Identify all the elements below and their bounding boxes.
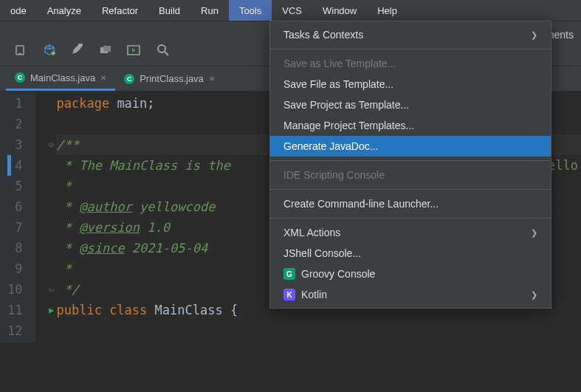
menu-run[interactable]: Run	[190, 0, 229, 21]
chevron-right-icon: ❯	[531, 30, 537, 40]
menu-item-label: Save Project as Template...	[283, 99, 409, 111]
menu-item-label: GGroovy Console	[283, 268, 375, 280]
gutter-line: 5	[7, 176, 22, 196]
svg-line-7	[165, 52, 168, 55]
tab-printclass-java[interactable]: CPrintClass.java✕	[115, 66, 224, 91]
menubar: odeAnalyzeRefactorBuildRunToolsVCSWindow…	[0, 0, 581, 21]
class-file-icon: C	[15, 72, 25, 83]
gutter-line: 1	[7, 93, 22, 114]
gutter-line: 6	[7, 196, 22, 217]
menu-separator	[270, 49, 551, 49]
tools-menu-dropdown: Tasks & Contexts❯Save as Live Template..…	[269, 21, 551, 309]
menu-analyze[interactable]: Analyze	[37, 0, 92, 21]
menu-vcs[interactable]: VCS	[272, 0, 312, 21]
menu-item-label: JShell Console...	[283, 247, 361, 259]
run-gutter-icon[interactable]: ▶	[49, 300, 54, 320]
menu-item-manage-project-templates[interactable]: Manage Project Templates...	[270, 115, 551, 136]
menu-refactor[interactable]: Refactor	[92, 0, 148, 21]
svg-point-6	[158, 45, 165, 52]
menu-item-label: XML Actions	[283, 227, 340, 238]
cube-icon[interactable]	[43, 44, 56, 60]
menu-item-label: Save File as Template...	[283, 78, 393, 90]
menu-item-label: IDE Scripting Console	[283, 169, 385, 181]
code-line[interactable]	[56, 320, 581, 341]
menu-item-xml-actions[interactable]: XML Actions❯	[270, 222, 551, 243]
menu-separator	[270, 160, 551, 161]
menu-item-groovy-console[interactable]: GGroovy Console	[270, 264, 551, 284]
tab-label: PrintClass.java	[140, 73, 204, 84]
tab-mainclass-java[interactable]: CMainClass.java✕	[6, 66, 115, 91]
toolbar-icons	[15, 44, 170, 60]
tab-label: MainClass.java	[30, 72, 95, 83]
menu-item-tasks-contexts[interactable]: Tasks & Contexts❯	[270, 24, 551, 45]
svg-point-2	[51, 51, 55, 55]
search-icon[interactable]	[157, 44, 170, 60]
fold-start-icon[interactable]: ⊖	[49, 134, 54, 155]
menu-item-label: Create Command-line Launcher...	[283, 198, 439, 210]
chevron-right-icon: ❯	[531, 290, 537, 300]
menu-item-save-project-as-template[interactable]: Save Project as Template...	[270, 94, 551, 115]
chevron-right-icon: ❯	[531, 228, 537, 238]
menu-ode[interactable]: ode	[0, 0, 37, 21]
wrench-icon[interactable]	[71, 44, 84, 60]
menu-item-generate-javadoc[interactable]: Generate JavaDoc...	[270, 136, 551, 157]
groovy-icon: G	[283, 268, 295, 280]
menu-separator	[270, 189, 551, 190]
folders-icon[interactable]	[99, 44, 112, 60]
menu-item-label: Tasks & Contexts	[283, 29, 363, 41]
close-icon[interactable]: ✕	[100, 74, 106, 82]
menu-item-label: KKotlin	[283, 289, 327, 300]
device-icon[interactable]	[15, 44, 28, 60]
gutter-line: 12	[7, 320, 22, 341]
menu-item-jshell-console[interactable]: JShell Console...	[270, 243, 551, 264]
menu-separator	[270, 218, 551, 219]
menu-window[interactable]: Window	[312, 0, 367, 21]
gutter: 123⊖45678910⌙11▶12	[0, 92, 35, 343]
menu-item-save-as-live-template: Save as Live Template...	[270, 53, 551, 74]
svg-rect-4	[103, 46, 111, 52]
gutter-line: 7	[7, 217, 22, 238]
gutter-line: 2	[7, 114, 22, 134]
menu-item-kotlin[interactable]: KKotlin❯	[270, 284, 551, 305]
menu-item-create-command-line-launcher[interactable]: Create Command-line Launcher...	[270, 193, 551, 214]
menu-item-label: Generate JavaDoc...	[283, 140, 378, 152]
gutter-line: 8	[7, 238, 22, 258]
menu-item-label: Save as Live Template...	[283, 58, 396, 69]
gutter-line: 9	[7, 258, 22, 279]
menu-build[interactable]: Build	[148, 0, 190, 21]
gutter-line: 4	[7, 155, 22, 176]
menu-item-label: Manage Project Templates...	[283, 120, 414, 131]
class-file-icon: C	[124, 74, 134, 84]
gutter-line: 11▶	[7, 300, 22, 320]
menu-item-save-file-as-template[interactable]: Save File as Template...	[270, 74, 551, 94]
gutter-line: 10⌙	[7, 279, 22, 300]
gutter-line: 3⊖	[7, 134, 22, 155]
run-config-icon[interactable]	[127, 44, 142, 60]
fold-end-icon[interactable]: ⌙	[49, 279, 54, 300]
kotlin-icon: K	[283, 289, 295, 300]
menu-help[interactable]: Help	[367, 0, 408, 21]
menu-tools[interactable]: Tools	[229, 0, 272, 21]
close-icon[interactable]: ✕	[209, 75, 215, 83]
svg-rect-1	[18, 53, 21, 54]
menu-item-ide-scripting-console: IDE Scripting Console	[270, 165, 551, 185]
